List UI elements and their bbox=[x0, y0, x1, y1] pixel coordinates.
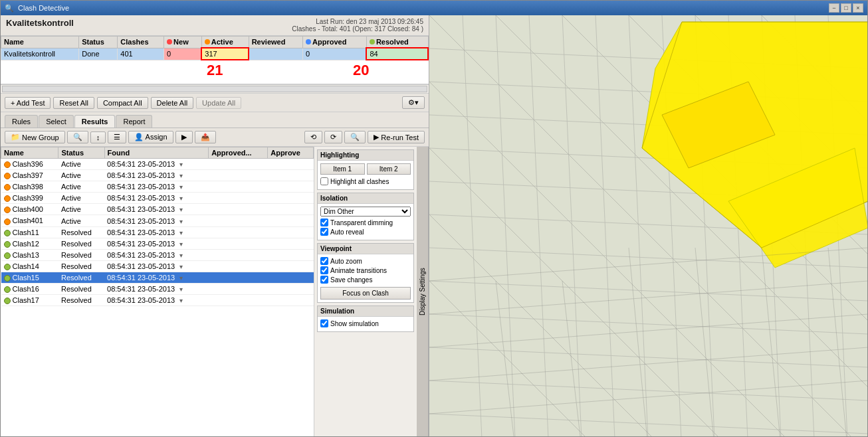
dropdown-arrow[interactable]: ▾ bbox=[179, 274, 183, 282]
dropdown-arrow[interactable]: ▾ bbox=[179, 183, 183, 191]
highlight-all-checkbox[interactable] bbox=[320, 177, 328, 185]
focus-on-clash-button[interactable]: Focus on Clash bbox=[320, 287, 411, 300]
clash-found: 08:54:31 23-05-2013 ▾ bbox=[104, 193, 209, 204]
h-scrollbar[interactable] bbox=[2, 86, 427, 92]
test-row[interactable]: Kvalitetskontroll Done 401 0 317 0 84 bbox=[1, 48, 429, 60]
active-legend-dot bbox=[205, 39, 210, 44]
col-header-status: Status bbox=[79, 37, 118, 48]
dropdown-arrow[interactable]: ▾ bbox=[179, 240, 183, 248]
auto-reveal-checkbox[interactable] bbox=[320, 228, 328, 236]
clash-list-container[interactable]: Name Status Found Approved... Approve Cl… bbox=[1, 147, 314, 436]
test-table: Name Status Clashes New bbox=[1, 36, 429, 60]
update-all-button[interactable]: Update All bbox=[196, 97, 241, 109]
nav-next-button[interactable]: ⟳ bbox=[324, 131, 342, 143]
window-title: Clash Detective bbox=[18, 4, 69, 12]
save-changes-checkbox[interactable] bbox=[320, 276, 328, 284]
dropdown-arrow[interactable]: ▾ bbox=[179, 218, 183, 225]
clash-status: Active bbox=[58, 193, 104, 204]
rerun-icon: ▶ bbox=[374, 133, 379, 141]
dropdown-arrow[interactable]: ▾ bbox=[179, 161, 183, 168]
compact-all-button[interactable]: Compact All bbox=[97, 97, 148, 109]
clash-list-item[interactable]: Clash14 Resolved 08:54:31 23-05-2013 ▾ bbox=[1, 260, 314, 272]
isolation-section: Isolation Dim Other Hide Other None Tran… bbox=[317, 193, 414, 240]
nav-prev-button[interactable]: ⟲ bbox=[304, 131, 322, 143]
isolation-title: Isolation bbox=[318, 193, 413, 204]
clash-list-item[interactable]: Clash12 Resolved 08:54:31 23-05-2013 ▾ bbox=[1, 238, 314, 249]
status-dot bbox=[4, 264, 11, 270]
tab-rules[interactable]: Rules bbox=[5, 115, 38, 128]
clash-list-item[interactable]: Clash11 Resolved 08:54:31 23-05-2013 ▾ bbox=[1, 226, 314, 238]
clash-list-item[interactable]: Clash399 Active 08:54:31 23-05-2013 ▾ bbox=[1, 193, 314, 204]
display-settings-tab[interactable]: Display Settings bbox=[417, 147, 429, 436]
clash-list-item[interactable]: Clash401 Active 08:54:31 23-05-2013 ▾ bbox=[1, 215, 314, 226]
panel-title: Kvalitetskontroll bbox=[6, 18, 74, 28]
dropdown-arrow[interactable]: ▾ bbox=[179, 172, 183, 179]
minimize-button[interactable]: − bbox=[829, 3, 839, 13]
resolved-legend-dot bbox=[370, 39, 375, 44]
dropdown-arrow[interactable]: ▾ bbox=[179, 297, 183, 304]
transparent-dimming-label: Transparent dimming bbox=[330, 219, 393, 226]
clash-list-item[interactable]: Clash15 Resolved 08:54:31 23-05-2013 ▾ bbox=[1, 272, 314, 283]
assign-button[interactable]: 👤 Assign bbox=[128, 131, 173, 143]
new-legend-dot bbox=[167, 39, 172, 44]
clash-list-item[interactable]: Clash396 Active 08:54:31 23-05-2013 ▾ bbox=[1, 159, 314, 170]
status-dot bbox=[4, 161, 11, 168]
filter-button[interactable]: 🔍 bbox=[67, 131, 88, 143]
test-row-new: 0 bbox=[164, 48, 202, 60]
close-button[interactable]: × bbox=[853, 3, 863, 13]
clash-approve bbox=[268, 272, 314, 283]
settings-button[interactable]: ⚙▾ bbox=[402, 96, 425, 109]
animate-transitions-checkbox[interactable] bbox=[320, 266, 328, 274]
auto-zoom-checkbox[interactable] bbox=[320, 257, 328, 265]
sort-button[interactable]: ↕ bbox=[90, 131, 106, 143]
export-button[interactable]: 📤 bbox=[195, 131, 216, 143]
test-row-approved: 0 bbox=[303, 48, 367, 60]
clash-status: Active bbox=[58, 170, 104, 181]
item1-button[interactable]: Item 1 bbox=[320, 163, 365, 175]
dropdown-arrow[interactable]: ▾ bbox=[179, 263, 183, 270]
dropdown-arrow[interactable]: ▾ bbox=[179, 195, 183, 202]
clash-approve bbox=[268, 159, 314, 170]
main-toolbar: + Add Test Reset All Compact All Delete … bbox=[1, 94, 429, 112]
clash-list-item[interactable]: Clash16 Resolved 08:54:31 23-05-2013 ▾ bbox=[1, 284, 314, 295]
reset-all-button[interactable]: Reset All bbox=[53, 97, 94, 109]
tab-select[interactable]: Select bbox=[39, 115, 74, 128]
clash-list-item[interactable]: Clash398 Active 08:54:31 23-05-2013 ▾ bbox=[1, 181, 314, 193]
clash-list-item[interactable]: Clash17 Resolved 08:54:31 23-05-2013 ▾ bbox=[1, 295, 314, 306]
group-button[interactable]: ☰ bbox=[108, 131, 126, 143]
maximize-button[interactable]: □ bbox=[841, 3, 851, 13]
tab-report[interactable]: Report bbox=[116, 115, 152, 128]
clash-list-item[interactable]: Clash13 Resolved 08:54:31 23-05-2013 ▾ bbox=[1, 249, 314, 260]
dropdown-arrow[interactable]: ▾ bbox=[179, 206, 183, 213]
clash-approve bbox=[268, 260, 314, 272]
transparent-dimming-checkbox[interactable] bbox=[320, 218, 328, 226]
clash-found: 08:54:31 23-05-2013 ▾ bbox=[104, 295, 209, 306]
show-simulation-checkbox[interactable] bbox=[320, 319, 328, 327]
highlighting-title: Highlighting bbox=[318, 150, 413, 161]
dropdown-arrow[interactable]: ▾ bbox=[179, 229, 183, 236]
new-group-button[interactable]: 📁 New Group bbox=[5, 131, 65, 143]
add-test-button[interactable]: + Add Test bbox=[5, 97, 51, 109]
rerun-test-button[interactable]: ▶ Re-run Test bbox=[368, 131, 425, 143]
clash-list-item[interactable]: Clash400 Active 08:54:31 23-05-2013 ▾ bbox=[1, 204, 314, 215]
clash-list-item[interactable]: Clash397 Active 08:54:31 23-05-2013 ▾ bbox=[1, 170, 314, 181]
settings-panel: Highlighting Item 1 Item 2 Highlight all… bbox=[314, 147, 417, 436]
clash-approve bbox=[268, 170, 314, 181]
col-header-clashes: Clashes bbox=[118, 37, 164, 48]
clash-status: Active bbox=[58, 204, 104, 215]
delete-all-button[interactable]: Delete All bbox=[151, 97, 193, 109]
dropdown-arrow[interactable]: ▾ bbox=[179, 252, 183, 259]
zoom-button[interactable]: 🔍 bbox=[344, 131, 366, 143]
clash-col-status: Status bbox=[58, 147, 104, 159]
tab-results[interactable]: Results bbox=[74, 115, 116, 128]
more-button[interactable]: ▶ bbox=[175, 131, 193, 143]
col-header-name: Name bbox=[1, 37, 79, 48]
dropdown-arrow[interactable]: ▾ bbox=[179, 286, 183, 293]
clash-name: Clash398 bbox=[1, 181, 58, 193]
clash-approve bbox=[268, 238, 314, 249]
isolation-dropdown[interactable]: Dim Other Hide Other None bbox=[320, 207, 411, 217]
item2-button[interactable]: Item 2 bbox=[367, 163, 411, 175]
animate-transitions-label: Animate transitions bbox=[330, 267, 387, 274]
viewport-background bbox=[429, 15, 867, 436]
clash-approved bbox=[209, 284, 268, 295]
